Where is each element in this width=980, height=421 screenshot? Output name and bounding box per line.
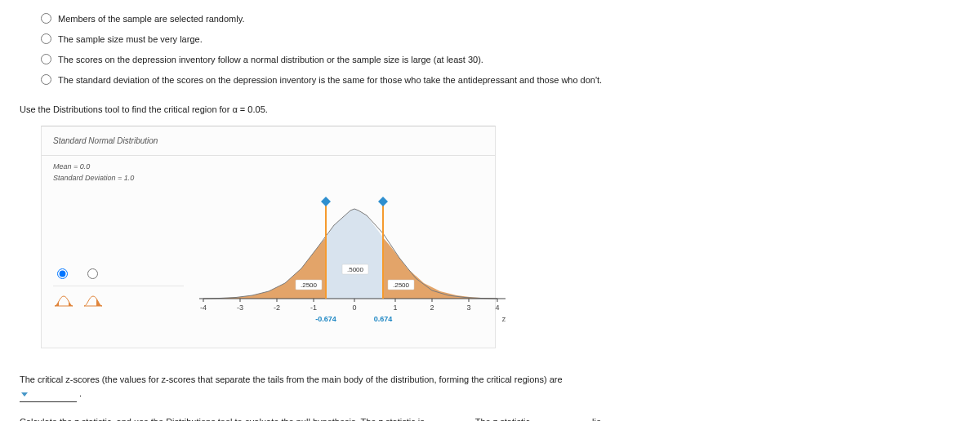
area-label-right: .2500 <box>388 280 414 290</box>
radio-option-4[interactable] <box>41 74 51 85</box>
one-tail-icon[interactable] <box>82 291 104 308</box>
radio-mode-one-tail[interactable] <box>87 268 98 279</box>
radio-option-3[interactable] <box>41 54 51 64</box>
area-label-left: .2500 <box>296 280 322 290</box>
option-label-3: The scores on the depression inventory f… <box>58 55 483 64</box>
instruction-text: Use the Distributions tool to find the c… <box>16 104 964 114</box>
tool-mean: Mean = 0.0 <box>53 161 483 172</box>
option-row-3[interactable]: The scores on the depression inventory f… <box>16 49 964 69</box>
radio-mode-two-tail[interactable] <box>57 268 68 279</box>
chevron-down-icon <box>21 392 28 397</box>
two-tail-icon[interactable] <box>53 291 74 308</box>
option-row-1[interactable]: Members of the sample are selected rando… <box>16 8 964 29</box>
slider-handle-right[interactable] <box>378 197 388 206</box>
svg-text:3: 3 <box>466 304 470 312</box>
z-stat-question: Calculate the z statistic, and use the D… <box>20 415 960 421</box>
z-statistic-dropdown[interactable] <box>427 415 468 421</box>
slider-handle-left[interactable] <box>321 197 331 206</box>
svg-text:1: 1 <box>393 304 397 312</box>
radio-option-1[interactable] <box>41 13 51 24</box>
distribution-chart[interactable]: -4 -3 -2 -1 0 1 2 3 4 z <box>195 193 495 348</box>
critical-z-question: The critical z-scores (the values for z-… <box>20 373 960 402</box>
svg-text:.2500: .2500 <box>393 281 410 289</box>
critical-value-left: -0.674 <box>315 315 336 323</box>
center-area <box>326 209 383 299</box>
q-calc-text-3: lie <box>592 417 601 421</box>
svg-text:.2500: .2500 <box>301 281 318 289</box>
option-row-4[interactable]: The standard deviation of the scores on … <box>16 69 964 90</box>
svg-text:-2: -2 <box>274 304 280 312</box>
radio-option-2[interactable] <box>41 33 51 44</box>
area-label-center: .5000 <box>342 264 368 274</box>
option-row-2[interactable]: The sample size must be very large. <box>16 29 964 49</box>
svg-text:-1: -1 <box>310 304 317 312</box>
svg-text:4: 4 <box>495 304 499 312</box>
z-region-dropdown[interactable] <box>532 415 590 421</box>
svg-text:-4: -4 <box>200 304 207 312</box>
option-label-4: The standard deviation of the scores on … <box>58 75 602 85</box>
option-label-2: The sample size must be very large. <box>58 34 203 44</box>
q-calc-text-1: Calculate the z statistic, and use the D… <box>20 417 425 421</box>
tool-title: Standard Normal Distribution <box>42 126 495 156</box>
tail-mode-radios <box>53 266 184 279</box>
option-label-1: Members of the sample are selected rando… <box>58 14 244 24</box>
x-ticks: -4 -3 -2 -1 0 1 2 3 4 z <box>200 299 506 323</box>
svg-text:.5000: .5000 <box>347 266 364 273</box>
svg-text:0: 0 <box>352 304 356 312</box>
q-critical-text: The critical z-scores (the values for z-… <box>20 374 563 384</box>
critical-value-right: 0.674 <box>374 315 393 323</box>
distribution-tool: Standard Normal Distribution Mean = 0.0 … <box>41 126 496 348</box>
q-calc-text-2: . The z statistic <box>470 417 530 421</box>
svg-text:2: 2 <box>430 304 434 312</box>
svg-text:-3: -3 <box>237 304 243 312</box>
critical-z-dropdown[interactable] <box>20 387 77 402</box>
tool-sd: Standard Deviation = 1.0 <box>53 172 483 184</box>
svg-text:z: z <box>502 315 506 323</box>
